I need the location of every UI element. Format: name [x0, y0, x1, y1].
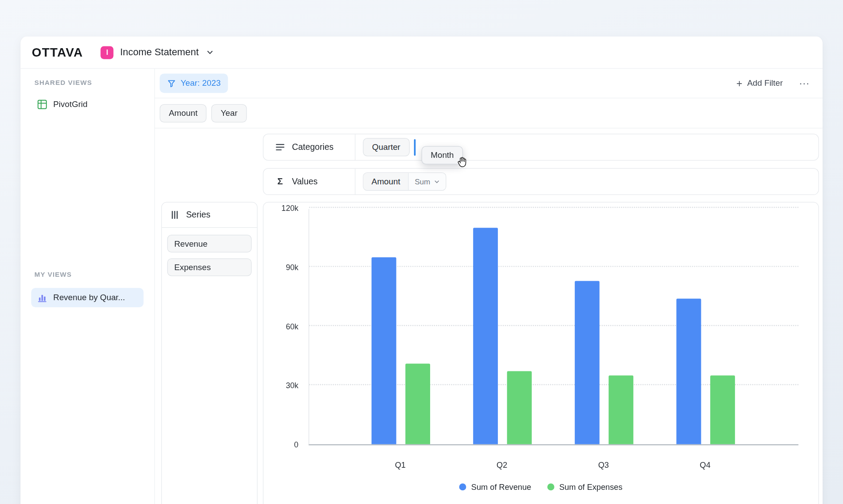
- legend-item: Sum of Expenses: [547, 482, 623, 492]
- chevron-down-icon: [205, 48, 215, 57]
- values-row: Σ Values Amount Sum: [263, 168, 819, 195]
- aggregation-label: Sum: [415, 177, 430, 186]
- drop-indicator: [414, 139, 416, 156]
- bar-sum-of-revenue-q2[interactable]: [473, 228, 498, 444]
- bar-sum-of-expenses-q3[interactable]: [608, 375, 633, 444]
- categories-label-cell: Categories: [263, 134, 355, 160]
- grab-cursor-icon: [455, 156, 468, 168]
- workbook-switcher[interactable]: I Income Statement: [101, 46, 214, 59]
- sidebar-item-revenue-by-quarter[interactable]: Revenue by Quar...: [31, 288, 143, 307]
- chevron-down-icon: [434, 179, 440, 184]
- field-chip-year[interactable]: Year: [212, 104, 246, 122]
- plus-icon: +: [736, 78, 742, 88]
- grid-table-icon: [37, 99, 47, 109]
- workbook-badge: I: [101, 46, 114, 59]
- category-chip-quarter[interactable]: Quarter: [363, 138, 409, 156]
- sigma-icon: Σ: [275, 176, 285, 187]
- pivot-config: Categories Quarter Month: [155, 134, 823, 195]
- main-content: Year: 2023 + Add Filter ⋯ Amount Year: [154, 69, 823, 504]
- categories-label: Categories: [292, 142, 334, 152]
- x-axis-tick-label: Q4: [700, 460, 710, 470]
- aggregation-dropdown[interactable]: Sum: [408, 173, 446, 190]
- my-views-heading: MY VIEWS: [20, 271, 154, 278]
- y-axis-tick-label: 30k: [264, 382, 299, 390]
- rows-icon: [275, 142, 285, 152]
- legend-dot: [547, 484, 554, 491]
- app-root: OTTAVA I Income Statement SHARED VIEWS P…: [0, 0, 843, 504]
- x-axis-tick-label: Q3: [598, 460, 609, 470]
- series-panel: Series Revenue Expenses: [162, 202, 258, 504]
- shared-views-heading: SHARED VIEWS: [20, 79, 154, 87]
- bottom-panels: Series Revenue Expenses 030k60k90k120k Q…: [155, 202, 823, 504]
- value-chip-amount[interactable]: Amount Sum: [363, 172, 447, 191]
- legend-dot: [459, 484, 466, 491]
- categories-chips-area: Quarter Month: [355, 134, 818, 160]
- gridline: [309, 207, 799, 208]
- legend-item: Sum of Revenue: [459, 482, 531, 492]
- bar-sum-of-expenses-q4[interactable]: [710, 375, 735, 444]
- bar-sum-of-expenses-q1[interactable]: [405, 364, 430, 444]
- series-chips: Revenue Expenses: [162, 228, 257, 283]
- chart-plot: 030k60k90k120k: [308, 209, 798, 446]
- field-chip-amount[interactable]: Amount: [160, 104, 207, 122]
- add-filter-button[interactable]: + Add Filter: [736, 78, 783, 88]
- sidebar-item-label: PivotGrid: [53, 99, 87, 109]
- values-label-cell: Σ Values: [263, 169, 355, 195]
- series-header: Series: [162, 202, 257, 228]
- y-axis-tick-label: 0: [264, 440, 299, 449]
- values-label: Values: [292, 177, 318, 187]
- workbook-title: Income Statement: [120, 47, 198, 58]
- filter-chip-year[interactable]: Year: 2023: [160, 73, 228, 93]
- bar-chart-icon: [37, 293, 47, 303]
- main-window: OTTAVA I Income Statement SHARED VIEWS P…: [20, 37, 823, 504]
- x-axis-tick-label: Q2: [497, 460, 507, 470]
- sidebar-item-pivotgrid[interactable]: PivotGrid: [31, 95, 143, 114]
- series-label: Series: [186, 210, 210, 220]
- more-options-button[interactable]: ⋯: [799, 78, 809, 88]
- columns-icon: [170, 210, 180, 220]
- y-axis-tick-label: 120k: [264, 204, 299, 213]
- sidebar: SHARED VIEWS PivotGrid MY VIEWS: [20, 69, 154, 504]
- filter-chip-label: Year: 2023: [181, 78, 220, 88]
- fields-row: Amount Year: [155, 98, 823, 128]
- value-chip-label: Amount: [363, 173, 408, 190]
- bar-sum-of-revenue-q3[interactable]: [575, 281, 600, 444]
- chart-legend: Sum of RevenueSum of Expenses: [263, 482, 818, 492]
- values-chips-area: Amount Sum: [355, 169, 818, 195]
- bar-sum-of-revenue-q1[interactable]: [372, 257, 396, 444]
- bar-sum-of-expenses-q2[interactable]: [507, 371, 532, 444]
- add-filter-label: Add Filter: [747, 78, 783, 88]
- bar-sum-of-revenue-q4[interactable]: [676, 299, 701, 444]
- chart-panel: 030k60k90k120k Q1Q2Q3Q4 Sum of RevenueSu…: [263, 202, 819, 504]
- series-chip-revenue[interactable]: Revenue: [167, 235, 252, 252]
- sidebar-item-label: Revenue by Quar...: [53, 293, 125, 302]
- categories-row: Categories Quarter Month: [263, 134, 819, 161]
- y-axis-tick-label: 60k: [264, 322, 299, 331]
- filter-bar: Year: 2023 + Add Filter ⋯: [155, 69, 823, 99]
- legend-label: Sum of Revenue: [471, 482, 531, 492]
- filter-funnel-icon: [167, 79, 176, 88]
- x-axis-tick-label: Q1: [395, 460, 405, 470]
- y-axis-tick-label: 90k: [264, 263, 299, 271]
- app-logo: OTTAVA: [32, 45, 83, 60]
- app-header: OTTAVA I Income Statement: [20, 37, 823, 69]
- legend-label: Sum of Expenses: [559, 482, 623, 492]
- series-chip-expenses[interactable]: Expenses: [167, 258, 252, 276]
